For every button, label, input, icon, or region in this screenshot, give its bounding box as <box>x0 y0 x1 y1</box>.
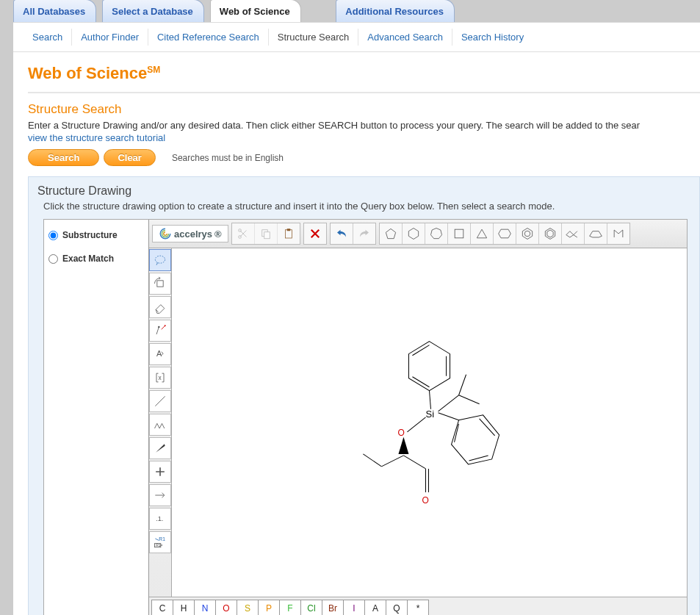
svg-text:.1.: .1. <box>156 515 163 522</box>
tab-all-databases[interactable]: All Databases <box>13 0 96 22</box>
rotate-icon[interactable] <box>149 273 171 295</box>
structure-editor: Substructure Exact Match accelrys® <box>43 219 688 615</box>
clear-button[interactable]: Clear <box>104 149 156 166</box>
subtab-advanced-search[interactable]: Advanced Search <box>358 29 452 46</box>
accelrys-logo[interactable]: accelrys® <box>152 225 228 242</box>
element-F[interactable]: F <box>279 600 301 615</box>
edit-group <box>231 223 300 245</box>
plus-charge-icon[interactable] <box>149 461 171 483</box>
cut-icon <box>232 223 255 244</box>
subtab-search-history[interactable]: Search History <box>452 29 533 46</box>
tab-select-database[interactable]: Select a Database <box>102 0 204 22</box>
tab-additional-resources[interactable]: Additional Resources <box>336 0 455 22</box>
element-P[interactable]: P <box>258 600 280 615</box>
delete-group <box>303 223 327 245</box>
element-N[interactable]: N <box>194 600 216 615</box>
boat-icon[interactable] <box>585 223 607 244</box>
svg-marker-33 <box>452 415 499 464</box>
drawing-title: Structure Drawing <box>37 184 692 198</box>
element-Br[interactable]: Br <box>322 600 344 615</box>
brand-sm: SM <box>147 65 160 75</box>
brand-name: Web of Science <box>28 64 147 82</box>
subtab-search[interactable]: Search <box>24 29 72 46</box>
structure-canvas[interactable]: Si <box>172 248 687 597</box>
mode-exact-radio[interactable] <box>48 254 58 264</box>
half-chair-icon[interactable] <box>607 223 629 244</box>
svg-text:x: x <box>159 374 162 381</box>
svg-rect-9 <box>455 229 463 238</box>
cyclopropane-icon[interactable] <box>471 223 494 244</box>
cyclohexane-icon[interactable] <box>403 223 425 244</box>
svg-line-45 <box>363 454 381 467</box>
divider <box>28 92 700 93</box>
svg-marker-7 <box>408 229 418 240</box>
svg-line-39 <box>439 395 459 411</box>
svg-text:A: A <box>156 349 162 358</box>
element-Q[interactable]: Q <box>386 600 408 615</box>
rgroup-icon[interactable]: R1R1= <box>149 531 171 553</box>
element-C[interactable]: C <box>151 600 173 615</box>
element-any[interactable]: * <box>407 600 429 615</box>
paste-icon[interactable] <box>278 223 300 244</box>
molecule-drawing: Si <box>172 248 687 597</box>
element-H[interactable]: H <box>173 600 195 615</box>
benzene-icon[interactable] <box>516 223 539 244</box>
svg-line-38 <box>439 413 459 420</box>
cycloheptane-icon[interactable] <box>425 223 448 244</box>
element-S[interactable]: S <box>237 600 259 615</box>
mode-exact-label: Exact Match <box>62 253 114 264</box>
atom-label-icon[interactable]: A <box>149 343 171 365</box>
svg-line-40 <box>459 375 466 395</box>
svg-rect-3 <box>264 232 270 239</box>
tab-web-of-science[interactable]: Web of Science <box>210 0 301 22</box>
lasso-select-icon[interactable] <box>149 249 171 271</box>
undo-redo-group <box>330 223 376 245</box>
accelrys-text: accelrys <box>174 229 212 240</box>
editor-side-toolbar: A x .1. R1R1= <box>149 248 172 597</box>
clean-structure-icon[interactable] <box>149 320 171 342</box>
language-hint: Searches must be in English <box>172 153 284 163</box>
cyclobutane-icon[interactable] <box>448 223 471 244</box>
mapping-icon[interactable]: .1. <box>149 508 171 530</box>
section-title: Structure Search <box>28 102 700 117</box>
delete-icon[interactable] <box>304 223 326 244</box>
search-button[interactable]: Search <box>28 149 99 166</box>
svg-text:R1: R1 <box>159 536 165 542</box>
arrow-icon[interactable] <box>149 484 171 506</box>
svg-line-37 <box>430 391 431 409</box>
subtab-author-finder[interactable]: Author Finder <box>72 29 148 46</box>
bracket-icon[interactable]: x <box>149 367 171 389</box>
svg-line-22 <box>155 396 165 406</box>
undo-icon[interactable] <box>331 223 353 244</box>
svg-marker-8 <box>430 229 441 239</box>
mode-exact[interactable]: Exact Match <box>48 253 144 264</box>
atom-o-top: O <box>397 428 404 438</box>
element-I[interactable]: I <box>343 600 365 615</box>
svg-marker-11 <box>498 229 510 238</box>
chair-icon[interactable] <box>562 223 585 244</box>
mode-substructure-radio[interactable] <box>48 231 58 240</box>
search-mode-column: Substructure Exact Match <box>44 220 149 615</box>
cyclooctane-icon[interactable] <box>494 223 516 244</box>
tutorial-link[interactable]: view the structure search tutorial <box>28 132 165 143</box>
element-Cl[interactable]: Cl <box>300 600 322 615</box>
element-O[interactable]: O <box>215 600 237 615</box>
eraser-icon[interactable] <box>149 296 171 318</box>
element-toolbar: C H N O S P F Cl Br I A Q * <box>149 597 687 615</box>
redo-icon <box>353 223 375 244</box>
svg-point-19 <box>165 325 166 326</box>
chain-icon[interactable] <box>149 414 171 436</box>
benzene-alt-icon[interactable] <box>539 223 562 244</box>
element-A[interactable]: A <box>364 600 386 615</box>
svg-line-35 <box>469 456 488 461</box>
mode-substructure[interactable]: Substructure <box>48 230 144 240</box>
cyclopentane-icon[interactable] <box>380 223 403 244</box>
svg-rect-17 <box>157 281 163 287</box>
svg-marker-14 <box>545 229 555 240</box>
wedge-bond-icon[interactable] <box>149 437 171 459</box>
brand-title: Web of ScienceSM <box>28 60 700 86</box>
subtab-structure-search[interactable]: Structure Search <box>269 29 359 46</box>
svg-line-46 <box>403 456 425 469</box>
single-bond-icon[interactable] <box>149 390 171 412</box>
subtab-cited-reference[interactable]: Cited Reference Search <box>148 29 269 46</box>
